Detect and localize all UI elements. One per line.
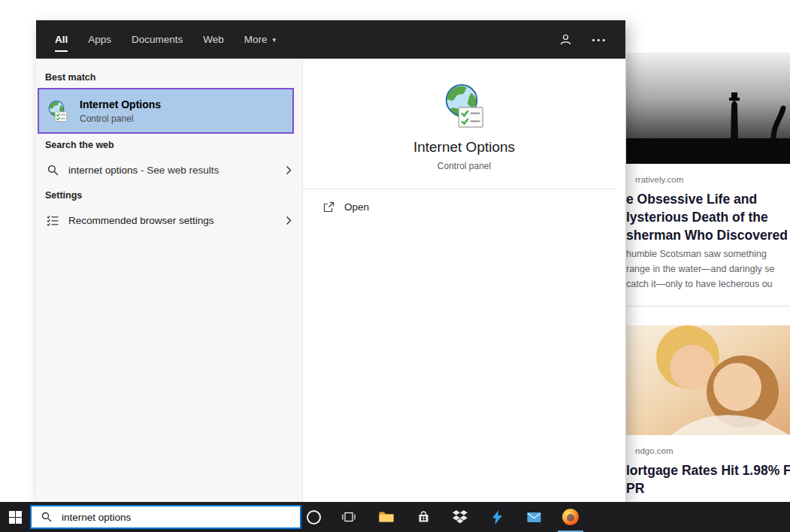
- chevron-down-icon: ▾: [273, 36, 277, 44]
- chevron-right-icon: [286, 216, 292, 225]
- task-view-button[interactable]: [334, 502, 364, 532]
- web-search-suffix: - See web results: [138, 165, 219, 176]
- start-button[interactable]: [0, 502, 30, 532]
- task-view-icon: [342, 511, 356, 523]
- article-headline-line: lortgage Rates Hit 1.98% Fixe: [626, 461, 790, 479]
- web-search-query: internet options: [68, 165, 138, 176]
- open-icon: [323, 201, 334, 213]
- article-thumbnail: [626, 325, 790, 435]
- windows-logo-icon: [9, 511, 22, 524]
- search-web-header: Search the web: [45, 140, 302, 150]
- best-match-result-internet-options[interactable]: Internet Options Control panel: [38, 88, 294, 134]
- tab-label: All: [55, 34, 68, 45]
- settings-result-recommended-browser[interactable]: Recommended browser settings: [36, 206, 302, 234]
- dropbox-button[interactable]: [445, 502, 475, 532]
- store-bag-icon: [417, 511, 430, 524]
- microsoft-store-button[interactable]: [408, 502, 438, 532]
- tab-web[interactable]: Web: [203, 20, 224, 59]
- article-excerpt-line: humble Scotsman saw something: [626, 246, 790, 261]
- search-icon: [41, 512, 52, 522]
- dark-boat-illustration: [626, 53, 790, 164]
- firefox-button[interactable]: [555, 502, 586, 532]
- tab-documents[interactable]: Documents: [132, 20, 183, 59]
- tab-all[interactable]: All: [55, 20, 68, 59]
- checklist-icon: [47, 215, 59, 226]
- article-headline-line: sherman Who Discovered Th: [626, 226, 790, 244]
- lightning-icon: [492, 510, 502, 524]
- cortana-icon: [307, 510, 321, 524]
- article-headline-line: PR: [626, 479, 790, 497]
- article-headline-line: e Obsessive Life and: [626, 190, 790, 208]
- firefox-icon: [562, 509, 579, 525]
- internet-options-icon: [47, 100, 69, 122]
- taskbar-search-box[interactable]: [30, 505, 301, 529]
- smiling-women-photo: [626, 325, 790, 435]
- settings-header: Settings: [45, 190, 302, 201]
- article-divider: [626, 306, 790, 307]
- search-results-panel: Best match Internet Options Control: [36, 59, 303, 502]
- tab-label: Documents: [132, 34, 183, 45]
- tab-label: More: [244, 34, 268, 45]
- best-match-subtitle: Control panel: [80, 113, 161, 124]
- detail-title: Internet Options: [303, 139, 625, 156]
- taskbar-search-input[interactable]: [60, 511, 300, 524]
- ellipsis-icon: •••: [592, 35, 607, 44]
- search-icon: [47, 165, 59, 176]
- web-search-result[interactable]: internet options - See web results: [36, 156, 302, 184]
- lightning-app-button[interactable]: [482, 502, 512, 532]
- chevron-right-icon: [286, 165, 292, 175]
- taskbar: [0, 502, 790, 532]
- internet-options-icon-large: [441, 83, 488, 129]
- search-filter-tabs-bar: All Apps Documents Web More ▾ •••: [36, 20, 625, 59]
- article-card[interactable]: ndgo.com lortgage Rates Hit 1.98% Fixe P…: [626, 325, 790, 497]
- tab-more[interactable]: More ▾: [244, 20, 276, 59]
- mail-button[interactable]: [519, 502, 549, 532]
- detail-divider: [303, 189, 616, 189]
- article-source: ndgo.com: [635, 446, 790, 457]
- more-options-button[interactable]: •••: [592, 35, 607, 44]
- result-detail-panel: Internet Options Control panel Open: [303, 59, 625, 502]
- cortana-button[interactable]: [298, 502, 328, 532]
- person-icon: [559, 33, 572, 46]
- article-excerpt-line: catch it—only to have lecherous ou: [626, 277, 790, 292]
- search-flyout: All Apps Documents Web More ▾ •••: [36, 20, 625, 502]
- folder-icon: [379, 511, 394, 523]
- tab-label: Web: [203, 34, 224, 45]
- dropbox-icon: [453, 510, 468, 524]
- open-command-label: Open: [344, 201, 369, 213]
- browser-background-content: rratively.com e Obsessive Life and lyste…: [626, 53, 790, 497]
- web-search-text: internet options - See web results: [68, 165, 219, 176]
- best-match-header: Best match: [45, 72, 302, 83]
- mail-envelope-icon: [527, 512, 541, 523]
- detail-subtitle: Control panel: [303, 161, 625, 171]
- tab-apps[interactable]: Apps: [88, 20, 111, 59]
- article-thumbnail: [626, 53, 790, 164]
- tab-label: Apps: [88, 34, 111, 45]
- article-card[interactable]: rratively.com e Obsessive Life and lyste…: [626, 53, 790, 292]
- article-excerpt-line: range in the water—and daringly se: [626, 261, 790, 277]
- account-button[interactable]: [559, 33, 572, 46]
- article-headline-line: lysterious Death of the: [626, 208, 790, 226]
- open-command[interactable]: Open: [323, 201, 413, 213]
- article-source: rratively.com: [635, 175, 790, 186]
- settings-result-label: Recommended browser settings: [68, 215, 214, 226]
- best-match-title: Internet Options: [80, 98, 161, 110]
- file-explorer-button[interactable]: [371, 502, 401, 532]
